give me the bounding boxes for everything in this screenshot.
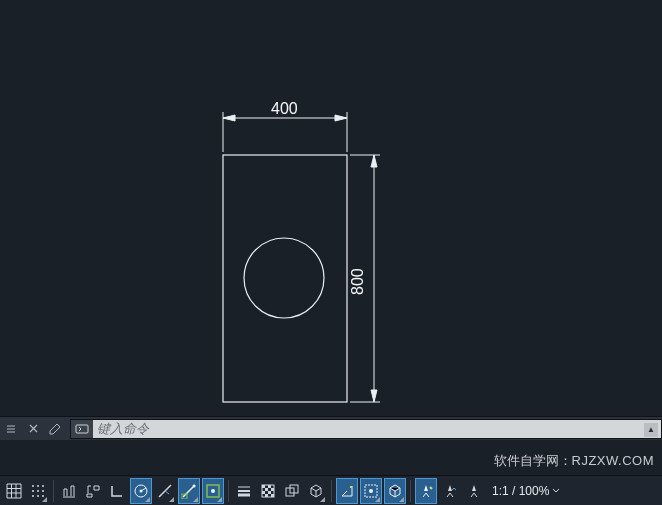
dimension-width: 400 — [271, 100, 298, 118]
cmd-history-dropdown[interactable]: ▲ — [644, 423, 658, 437]
command-line-row: 键入命令 ▲ — [0, 416, 662, 440]
svg-rect-12 — [76, 425, 88, 433]
svg-point-1 — [244, 238, 324, 318]
osnap-tracking-button[interactable] — [178, 478, 200, 504]
svg-point-40 — [369, 489, 373, 493]
svg-point-19 — [32, 495, 34, 497]
separator — [53, 480, 54, 502]
separator — [331, 480, 332, 502]
status-bar: 1:1 / 100% — [0, 475, 662, 505]
zoom-text: 1:1 / 100% — [492, 484, 549, 498]
lineweight-button[interactable] — [233, 478, 255, 504]
svg-point-21 — [42, 495, 44, 497]
svg-rect-34 — [268, 491, 271, 494]
svg-rect-35 — [265, 494, 268, 497]
svg-marker-6 — [335, 115, 347, 121]
dynamic-input-button[interactable] — [82, 478, 104, 504]
svg-marker-10 — [371, 155, 377, 167]
annotation-visibility-button[interactable] — [415, 478, 437, 504]
svg-rect-29 — [262, 485, 265, 488]
cmd-prompt-icon[interactable] — [71, 420, 93, 438]
svg-rect-36 — [271, 494, 274, 497]
svg-point-14 — [37, 485, 39, 487]
separator — [228, 480, 229, 502]
svg-marker-5 — [223, 115, 235, 121]
drawing-canvas[interactable]: 400 800 — [0, 0, 662, 415]
cmd-customize-icon[interactable] — [46, 420, 64, 438]
snap-mode-button[interactable] — [27, 478, 49, 504]
svg-rect-31 — [265, 488, 268, 491]
cmd-close-icon[interactable] — [24, 420, 42, 438]
selection-cycling-button[interactable] — [281, 478, 303, 504]
svg-rect-30 — [268, 485, 271, 488]
svg-point-20 — [37, 495, 39, 497]
svg-point-23 — [140, 489, 143, 492]
dimension-height: 800 — [349, 268, 367, 295]
svg-point-18 — [42, 490, 44, 492]
transparency-button[interactable] — [257, 478, 279, 504]
autoscale-button[interactable] — [439, 478, 461, 504]
separator — [410, 480, 411, 502]
svg-point-25 — [193, 484, 196, 487]
infer-constraints-button[interactable] — [58, 478, 80, 504]
3d-osnap-button[interactable] — [305, 478, 327, 504]
command-placeholder: 键入命令 — [97, 420, 149, 438]
gizmo-button[interactable] — [384, 478, 406, 504]
watermark: 软件自学网：RJZXW.COM — [494, 452, 655, 470]
svg-rect-0 — [223, 155, 347, 402]
annotation-scale-button[interactable] — [463, 478, 485, 504]
polar-tracking-button[interactable] — [130, 478, 152, 504]
svg-point-17 — [37, 490, 39, 492]
watermark-url: RJZXW.COM — [572, 453, 655, 468]
annotation-scale-value[interactable]: 1:1 / 100% — [486, 484, 566, 498]
svg-point-27 — [211, 489, 215, 493]
svg-rect-33 — [262, 491, 265, 494]
svg-point-15 — [42, 485, 44, 487]
watermark-label: 软件自学网： — [494, 453, 572, 468]
cmd-history-icon[interactable] — [2, 420, 20, 438]
svg-point-13 — [32, 485, 34, 487]
object-snap-button[interactable] — [202, 478, 224, 504]
grid-display-button[interactable] — [3, 478, 25, 504]
svg-marker-11 — [371, 390, 377, 402]
svg-rect-32 — [271, 488, 274, 491]
ortho-mode-button[interactable] — [106, 478, 128, 504]
dynamic-ucs-button[interactable] — [336, 478, 358, 504]
svg-point-16 — [32, 490, 34, 492]
arrow-down-icon — [552, 487, 560, 495]
command-input[interactable]: 键入命令 ▲ — [70, 419, 662, 439]
selection-filtering-button[interactable] — [360, 478, 382, 504]
drawing-svg — [0, 0, 662, 415]
isometric-drafting-button[interactable] — [154, 478, 176, 504]
